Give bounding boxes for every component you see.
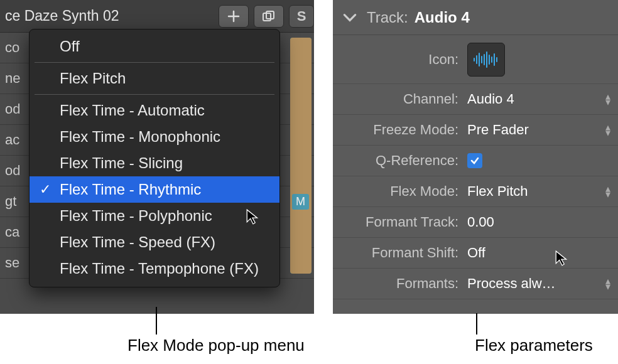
row-label: Formant Shift: [333, 245, 465, 261]
stepper-control[interactable]: ▴▾ [605, 186, 618, 197]
formants-value[interactable]: Process alw… [465, 276, 605, 292]
formant-shift-value[interactable]: Off [465, 245, 618, 261]
freeze-mode-value[interactable]: Pre Fader [465, 122, 605, 138]
track-icon-button[interactable] [467, 43, 505, 77]
flex-mode-menu-item-monophonic[interactable]: Flex Time - Monophonic [30, 124, 279, 150]
menu-separator [35, 62, 274, 63]
row-label: Q-Reference: [333, 153, 465, 169]
duplicate-icon [262, 10, 276, 23]
track-title: ce Daze Synth 02 [5, 8, 119, 24]
stepper-control[interactable]: ▴▾ [605, 278, 618, 289]
flex-mode-menu-item-slicing[interactable]: Flex Time - Slicing [30, 150, 279, 176]
row-label: Freeze Mode: [333, 122, 465, 138]
inspector-header[interactable]: Track: Audio 4 [333, 0, 618, 35]
add-track-button[interactable] [219, 5, 249, 28]
menu-separator [35, 94, 274, 95]
row-label: Formants: [333, 276, 465, 292]
callout-line [156, 307, 157, 335]
chevron-down-icon [342, 9, 358, 26]
check-icon [470, 156, 480, 166]
checkmark-icon: ✓ [40, 181, 51, 198]
q-reference-checkbox[interactable] [467, 153, 482, 168]
row-label: Channel: [333, 91, 465, 107]
inspector-q-reference-row: Q-Reference: [333, 146, 618, 176]
inspector-channel-row: Channel: Audio 4 ▴▾ [333, 84, 618, 115]
stepper-control[interactable]: ▴▾ [605, 124, 618, 136]
flex-mode-menu-item-rhythmic[interactable]: ✓ Flex Time - Rhythmic [30, 176, 279, 203]
flex-mode-menu-item-off[interactable]: Off [30, 33, 279, 60]
region-clip[interactable] [290, 38, 312, 274]
inspector-icon-label: Icon: [333, 51, 465, 68]
waveform-icon [472, 50, 500, 69]
plus-icon [227, 10, 240, 23]
callout-line [476, 313, 477, 335]
flex-mode-menu-item-polyphonic[interactable]: Flex Time - Polyphonic [30, 203, 279, 229]
region-badge[interactable]: M [292, 194, 309, 210]
left-panel: ce Daze Synth 02 S co neM od ac od gtM c… [0, 0, 314, 314]
flex-mode-popup-menu[interactable]: Off Flex Pitch Flex Time - Automatic Fle… [29, 29, 280, 287]
stepper-control[interactable]: ▴▾ [605, 94, 618, 105]
row-label: Formant Track: [333, 214, 465, 230]
solo-button[interactable]: S [289, 5, 314, 28]
track-header: ce Daze Synth 02 S [0, 0, 314, 33]
flex-mode-value[interactable]: Flex Pitch [465, 183, 605, 200]
channel-value[interactable]: Audio 4 [465, 91, 605, 107]
formant-track-value[interactable]: 0.00 [465, 214, 618, 230]
inspector-icon-row: Icon: [333, 35, 618, 84]
flex-mode-menu-item-automatic[interactable]: Flex Time - Automatic [30, 97, 279, 124]
inspector-track-label: Track: [367, 9, 408, 26]
flex-mode-menu-item-pitch[interactable]: Flex Pitch [30, 65, 279, 92]
flex-mode-menu-item-tempophone[interactable]: Flex Time - Tempophone (FX) [30, 255, 279, 282]
inspector-freeze-mode-row: Freeze Mode: Pre Fader ▴▾ [333, 115, 618, 146]
inspector-flex-mode-row: Flex Mode: Flex Pitch ▴▾ [333, 176, 618, 207]
inspector-panel: Track: Audio 4 Icon: Channel: Audio 4 [333, 0, 618, 314]
row-label: Flex Mode: [333, 183, 465, 200]
inspector-formant-track-row: Formant Track: 0.00 [333, 207, 618, 238]
duplicate-track-button[interactable] [254, 5, 284, 28]
inspector-formant-shift-row: Formant Shift: Off [333, 238, 618, 269]
flex-mode-menu-item-speed[interactable]: Flex Time - Speed (FX) [30, 229, 279, 255]
inspector-formants-row: Formants: Process alw… ▴▾ [333, 269, 618, 299]
callout-right: Flex parameters [475, 336, 593, 355]
callout-left: Flex Mode pop-up menu [127, 336, 305, 355]
inspector-track-value: Audio 4 [415, 9, 470, 26]
